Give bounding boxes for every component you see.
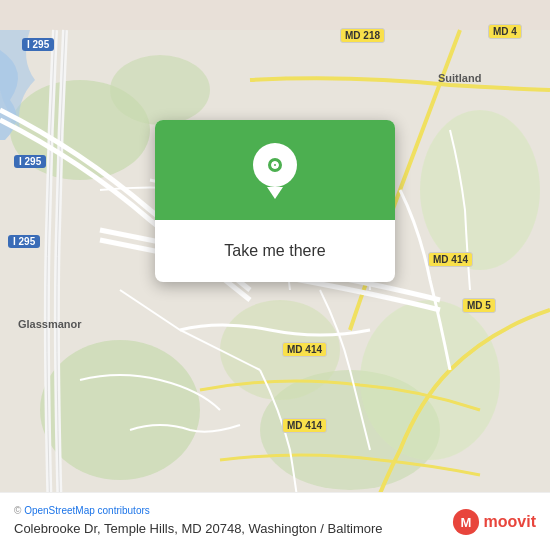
road-label-md5: MD 5: [462, 298, 496, 313]
osm-attribution: © OpenStreetMap contributors: [14, 505, 442, 516]
road-label-md218: MD 218: [340, 28, 385, 43]
pin-circle: [253, 143, 297, 187]
moovit-icon: M: [452, 508, 480, 536]
popup-map-area: [155, 120, 395, 220]
location-pin-icon: [253, 143, 297, 197]
map-container: I 295 I 295 I 295 MD 218 D 5 MD 4 MD 5 M…: [0, 0, 550, 550]
road-label-i295-3: I 295: [8, 235, 40, 248]
popup-button-area: Take me there: [155, 220, 395, 282]
road-label-md4: MD 4: [488, 24, 522, 39]
road-label-md414-3: MD 414: [428, 252, 473, 267]
pin-tail: [267, 187, 283, 199]
bottom-left-content: © OpenStreetMap contributors Colebrooke …: [14, 505, 442, 538]
svg-point-5: [40, 340, 200, 480]
road-label-i295-2: I 295: [14, 155, 46, 168]
osm-link[interactable]: OpenStreetMap contributors: [24, 505, 150, 516]
pin-dot: [268, 158, 282, 172]
road-label-md414-2: MD 414: [282, 418, 327, 433]
bottom-info-bar: © OpenStreetMap contributors Colebrooke …: [0, 492, 550, 550]
moovit-logo[interactable]: M moovit: [452, 508, 536, 536]
svg-point-2: [110, 55, 210, 125]
road-label-md414-1: MD 414: [282, 342, 327, 357]
road-label-i295-1: I 295: [22, 38, 54, 51]
take-me-there-button[interactable]: Take me there: [171, 232, 379, 270]
moovit-brand-text: moovit: [484, 513, 536, 531]
svg-point-3: [420, 110, 540, 270]
svg-text:M: M: [460, 514, 471, 529]
copyright-symbol: ©: [14, 505, 21, 516]
address-label: Colebrooke Dr, Temple Hills, MD 20748, W…: [14, 520, 442, 538]
svg-point-6: [360, 300, 500, 460]
location-popup: Take me there: [155, 120, 395, 282]
